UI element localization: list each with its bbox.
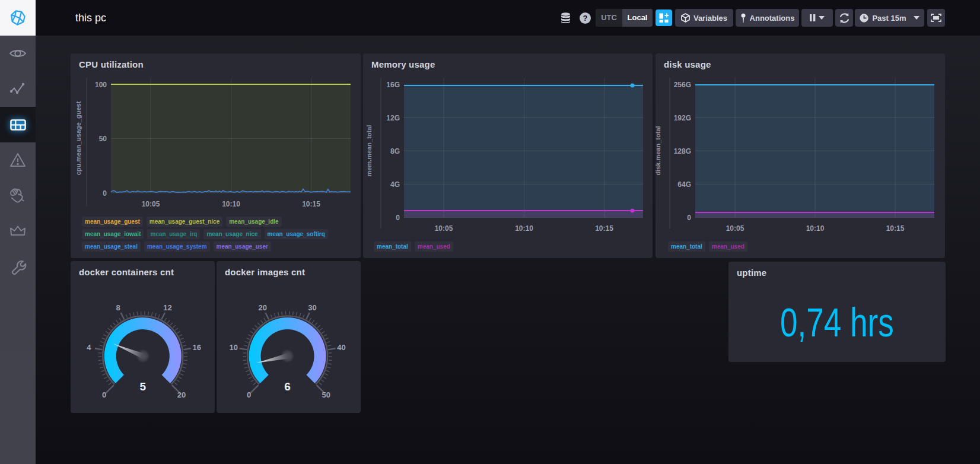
- svg-text:50: 50: [99, 135, 107, 143]
- svg-text:10:05: 10:05: [435, 224, 453, 233]
- svg-text:8G: 8G: [390, 147, 400, 155]
- svg-text:20: 20: [177, 390, 186, 399]
- svg-text:10:10: 10:10: [806, 224, 825, 233]
- svg-text:64G: 64G: [677, 180, 691, 189]
- svg-text:4G: 4G: [390, 180, 400, 189]
- svg-text:12: 12: [163, 303, 171, 312]
- svg-text:0: 0: [102, 390, 106, 399]
- svg-text:256G: 256G: [674, 81, 691, 89]
- svg-text:10:15: 10:15: [302, 200, 320, 208]
- svg-text:cpu.mean_usage_guest: cpu.mean_usage_guest: [75, 101, 82, 175]
- svg-text:192G: 192G: [674, 114, 691, 122]
- svg-text:16G: 16G: [386, 81, 400, 89]
- svg-text:10:05: 10:05: [726, 224, 744, 233]
- svg-text:8: 8: [116, 303, 120, 312]
- svg-text:6: 6: [284, 380, 291, 393]
- svg-text:50: 50: [322, 390, 330, 399]
- svg-text:10:15: 10:15: [595, 224, 613, 233]
- svg-text:12G: 12G: [386, 114, 400, 122]
- svg-text:10:15: 10:15: [886, 224, 905, 233]
- svg-text:10:10: 10:10: [515, 224, 533, 233]
- svg-text:5: 5: [140, 380, 147, 393]
- svg-text:30: 30: [308, 303, 316, 312]
- svg-text:0: 0: [103, 189, 107, 198]
- svg-text:0: 0: [687, 214, 691, 222]
- svg-text:100: 100: [95, 81, 107, 89]
- svg-text:16: 16: [192, 343, 201, 352]
- svg-text:mem.mean_total: mem.mean_total: [365, 125, 373, 177]
- svg-text:4: 4: [87, 343, 91, 352]
- svg-text:40: 40: [337, 343, 345, 352]
- svg-text:disk.mean_total: disk.mean_total: [656, 126, 661, 175]
- svg-text:0: 0: [396, 214, 400, 222]
- svg-text:128G: 128G: [674, 147, 691, 155]
- svg-text:0: 0: [247, 390, 251, 399]
- svg-text:10:05: 10:05: [142, 200, 160, 208]
- svg-text:20: 20: [259, 303, 267, 312]
- svg-text:10: 10: [229, 343, 237, 352]
- svg-text:10:10: 10:10: [222, 200, 240, 208]
